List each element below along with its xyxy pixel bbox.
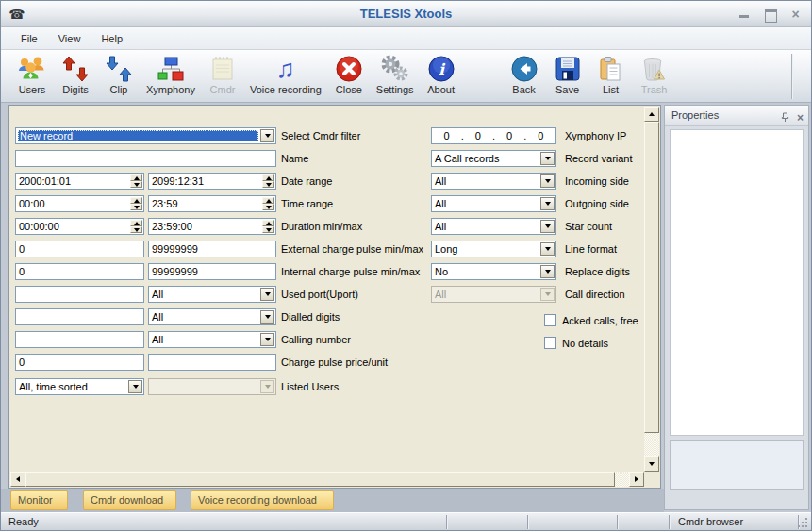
used-port-input[interactable] <box>15 286 144 303</box>
chevron-down-icon[interactable] <box>540 265 555 278</box>
scroll-right-icon[interactable] <box>629 472 644 487</box>
cmdr-filter-combobox[interactable]: New record <box>15 127 276 144</box>
chevron-down-icon[interactable] <box>128 380 142 393</box>
dialled-digits-combobox[interactable]: All <box>148 308 276 325</box>
spinner-buttons[interactable] <box>262 197 274 210</box>
calling-number-input[interactable] <box>15 331 144 348</box>
vertical-scrollbar[interactable] <box>644 107 659 472</box>
menu-help[interactable]: Help <box>91 30 133 47</box>
scroll-up-icon[interactable] <box>644 107 659 122</box>
pin-icon[interactable] <box>780 109 790 126</box>
digits-arrows-icon <box>61 54 90 84</box>
scroll-down-icon[interactable] <box>644 456 659 472</box>
status-bar: Ready Cmdr browser <box>1 512 811 531</box>
settings-button[interactable]: Settings <box>371 50 420 95</box>
chevron-down-icon[interactable] <box>260 333 274 346</box>
int-charge-max-input[interactable]: 99999999 <box>148 263 276 280</box>
no-details-checkbox[interactable] <box>544 337 556 349</box>
chevron-down-icon[interactable] <box>260 310 274 324</box>
name-input[interactable] <box>15 150 276 167</box>
chevron-down-icon[interactable] <box>260 288 274 301</box>
menu-bar: File View Help <box>1 27 811 50</box>
gears-icon <box>380 54 410 84</box>
spinner-buttons[interactable] <box>130 220 142 233</box>
xymphony-button[interactable]: Xymphony <box>141 50 201 95</box>
horizontal-scrollbar[interactable] <box>10 472 644 487</box>
outgoing-side-combobox[interactable]: All <box>431 195 556 212</box>
list-button[interactable]: List <box>589 50 633 95</box>
int-charge-min-input[interactable]: 0 <box>15 263 144 280</box>
maximize-icon[interactable] <box>764 8 776 20</box>
toolbar-label: Voice recording <box>250 84 322 95</box>
spinner-buttons[interactable] <box>130 174 142 188</box>
field-label: Time range <box>281 195 333 212</box>
properties-title: Properties <box>671 109 719 121</box>
replace-digits-combobox[interactable]: No <box>431 263 556 280</box>
spinner-buttons[interactable] <box>262 174 274 188</box>
toolbar-label: About <box>427 84 455 95</box>
status-separator <box>617 515 618 529</box>
chevron-down-icon[interactable] <box>540 242 555 256</box>
calling-number-combobox[interactable]: All <box>148 331 276 348</box>
line-format-combobox[interactable]: Long <box>431 241 556 257</box>
tab-cmdr-download[interactable]: Cmdr download <box>83 490 176 510</box>
field-label: Calling number <box>281 331 351 348</box>
clip-arrows-icon <box>105 54 133 84</box>
chevron-down-icon <box>260 380 274 393</box>
time-min-spinner[interactable]: 00:00 <box>15 195 144 212</box>
duration-max-spinner[interactable]: 23:59:00 <box>148 218 276 235</box>
used-port-combobox[interactable]: All <box>148 286 276 303</box>
dialled-digits-input[interactable] <box>15 308 144 325</box>
chevron-down-icon[interactable] <box>540 197 555 210</box>
back-button[interactable]: Back <box>503 50 546 95</box>
horizontal-scrollbar-thumb[interactable] <box>25 472 615 487</box>
charge-price-input[interactable]: 0 <box>15 354 144 371</box>
field-label: Name <box>281 150 308 167</box>
menu-view[interactable]: View <box>48 30 91 47</box>
tab-voice-recording-download[interactable]: Voice recording download <box>191 490 334 510</box>
listed-users-combobox[interactable]: All, time sorted <box>15 378 144 395</box>
spinner-buttons[interactable] <box>262 220 274 233</box>
charge-unit-input[interactable] <box>148 354 276 371</box>
digits-button[interactable]: Digits <box>54 50 97 95</box>
star-count-combobox[interactable]: All <box>431 218 556 235</box>
incoming-side-combobox[interactable]: All <box>431 173 556 190</box>
xymphony-ip-input[interactable]: 0 . 0 . 0 . 0 <box>431 127 556 144</box>
combo-selected-value: New record <box>18 130 258 141</box>
acked-calls-checkbox[interactable] <box>544 314 556 326</box>
chevron-down-icon[interactable] <box>540 174 555 188</box>
field-label: Charge pulse price/unit <box>281 354 388 371</box>
date-min-spinner[interactable]: 2000:01:01 <box>15 173 144 190</box>
minimize-icon[interactable] <box>738 8 751 20</box>
menu-file[interactable]: File <box>10 30 48 47</box>
status-separator <box>669 515 670 529</box>
time-max-spinner[interactable]: 23:59 <box>148 195 276 212</box>
scroll-left-icon[interactable] <box>10 472 25 487</box>
window-title: TELESIS Xtools <box>1 7 811 21</box>
app-window: ☎ TELESIS Xtools × File View Help Users … <box>0 0 812 531</box>
checkbox-label: Acked calls, free <box>562 312 638 329</box>
chevron-down-icon[interactable] <box>260 129 274 142</box>
close-button[interactable]: Close <box>327 50 371 95</box>
scrollbar-corner <box>644 472 659 487</box>
spinner-buttons[interactable] <box>130 197 142 210</box>
ext-charge-min-input[interactable]: 0 <box>15 241 144 257</box>
users-button[interactable]: Users <box>10 50 54 95</box>
record-variant-combobox[interactable]: A Call records <box>431 150 556 167</box>
save-button[interactable]: Save <box>546 50 589 95</box>
ext-charge-max-input[interactable]: 99999999 <box>148 241 276 257</box>
toolbar: Users Digits Clip Xymphony Cmdr <box>1 50 811 103</box>
chevron-down-icon[interactable] <box>540 220 555 233</box>
date-max-spinner[interactable]: 2099:12:31 <box>148 173 276 190</box>
tab-monitor[interactable]: Monitor <box>10 490 68 510</box>
about-button[interactable]: i About <box>420 50 463 95</box>
resize-grip[interactable] <box>805 525 807 527</box>
chevron-down-icon[interactable] <box>540 152 555 165</box>
clip-button[interactable]: Clip <box>97 50 141 95</box>
duration-min-spinner[interactable]: 00:00:00 <box>15 218 144 235</box>
close-icon[interactable]: × <box>789 8 802 20</box>
voice-recording-button[interactable]: ♫ Voice recording <box>244 50 327 95</box>
close-panel-icon[interactable]: × <box>797 112 804 124</box>
vertical-scrollbar-thumb[interactable] <box>644 122 659 433</box>
users-icon <box>17 54 47 84</box>
